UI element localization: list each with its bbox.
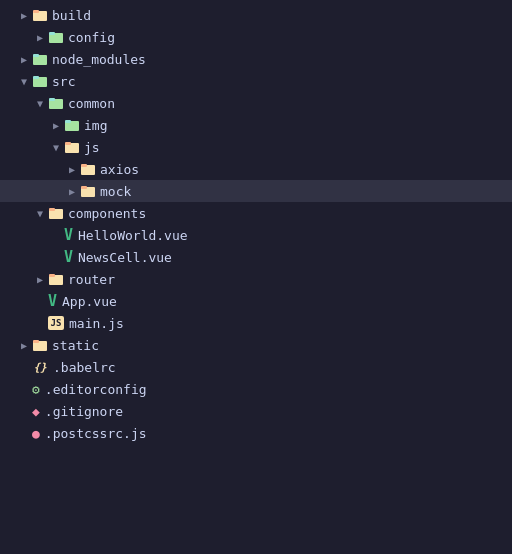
label-babelrc: .babelrc: [53, 360, 116, 375]
label-static: static: [52, 338, 99, 353]
tree-item-helloworld[interactable]: V HelloWorld.vue: [0, 224, 512, 246]
arrow-static: [16, 337, 32, 353]
arrow-node-modules: [16, 51, 32, 67]
folder-icon-src: [32, 73, 48, 89]
label-js: js: [84, 140, 100, 155]
label-router: router: [68, 272, 115, 287]
label-build: build: [52, 8, 91, 23]
tree-item-newscell[interactable]: V NewsCell.vue: [0, 246, 512, 268]
label-common: common: [68, 96, 115, 111]
label-img: img: [84, 118, 107, 133]
tree-item-img[interactable]: img: [0, 114, 512, 136]
postcss-icon: ●: [32, 426, 40, 441]
label-src: src: [52, 74, 75, 89]
svg-rect-19: [49, 208, 55, 211]
svg-rect-9: [49, 98, 55, 101]
label-app-vue: App.vue: [62, 294, 117, 309]
label-gitignore: .gitignore: [45, 404, 123, 419]
tree-item-js[interactable]: js: [0, 136, 512, 158]
svg-rect-11: [65, 120, 71, 123]
tree-item-src[interactable]: src: [0, 70, 512, 92]
svg-rect-23: [33, 340, 39, 343]
tree-item-gitignore[interactable]: ◆ .gitignore: [0, 400, 512, 422]
arrow-src: [16, 73, 32, 89]
tree-item-postcss[interactable]: ● .postcssrc.js: [0, 422, 512, 444]
arrow-router: [32, 271, 48, 287]
tree-item-config[interactable]: config: [0, 26, 512, 48]
arrow-build: [16, 7, 32, 23]
svg-rect-1: [33, 10, 39, 13]
json-icon-babelrc: {}: [32, 361, 48, 374]
file-tree: build config node_modules src: [0, 0, 512, 448]
label-axios: axios: [100, 162, 139, 177]
label-mock: mock: [100, 184, 131, 199]
svg-rect-13: [65, 142, 71, 145]
tree-item-components[interactable]: components: [0, 202, 512, 224]
svg-rect-21: [49, 274, 55, 277]
tree-item-static[interactable]: static: [0, 334, 512, 356]
folder-icon-static: [32, 337, 48, 353]
label-newscell: NewsCell.vue: [78, 250, 172, 265]
folder-icon-mock: [80, 183, 96, 199]
arrow-common: [32, 95, 48, 111]
tree-item-router[interactable]: router: [0, 268, 512, 290]
vue-icon-helloworld: V: [64, 226, 73, 244]
svg-rect-5: [33, 54, 39, 57]
folder-icon-common: [48, 95, 64, 111]
label-helloworld: HelloWorld.vue: [78, 228, 188, 243]
tree-item-app-vue[interactable]: V App.vue: [0, 290, 512, 312]
folder-icon-node-modules: [32, 51, 48, 67]
js-icon-main: JS: [48, 316, 64, 330]
folder-icon-config: [48, 29, 64, 45]
svg-rect-15: [81, 164, 87, 167]
label-node-modules: node_modules: [52, 52, 146, 67]
arrow-img: [48, 117, 64, 133]
label-editorconfig: .editorconfig: [45, 382, 147, 397]
arrow-axios: [64, 161, 80, 177]
folder-icon-js: [64, 139, 80, 155]
tree-item-common[interactable]: common: [0, 92, 512, 114]
tree-item-editorconfig[interactable]: ⚙ .editorconfig: [0, 378, 512, 400]
tree-item-main-js[interactable]: JS main.js: [0, 312, 512, 334]
arrow-config: [32, 29, 48, 45]
folder-icon-img: [64, 117, 80, 133]
folder-icon-build: [32, 7, 48, 23]
folder-icon-axios: [80, 161, 96, 177]
tree-item-axios[interactable]: axios: [0, 158, 512, 180]
vue-icon-app: V: [48, 292, 57, 310]
label-config: config: [68, 30, 115, 45]
label-postcss: .postcssrc.js: [45, 426, 147, 441]
gear-icon-editorconfig: ⚙: [32, 382, 40, 397]
folder-icon-components: [48, 205, 64, 221]
svg-rect-7: [33, 76, 39, 79]
arrow-mock: [64, 183, 80, 199]
tree-item-node-modules[interactable]: node_modules: [0, 48, 512, 70]
tree-item-build[interactable]: build: [0, 4, 512, 26]
tree-item-babelrc[interactable]: {} .babelrc: [0, 356, 512, 378]
svg-rect-17: [81, 186, 87, 189]
arrow-components: [32, 205, 48, 221]
git-icon-gitignore: ◆: [32, 404, 40, 419]
folder-icon-router: [48, 271, 64, 287]
arrow-js: [48, 139, 64, 155]
tree-item-mock[interactable]: mock: [0, 180, 512, 202]
vue-icon-newscell: V: [64, 248, 73, 266]
label-components: components: [68, 206, 146, 221]
svg-rect-3: [49, 32, 55, 35]
label-main-js: main.js: [69, 316, 124, 331]
